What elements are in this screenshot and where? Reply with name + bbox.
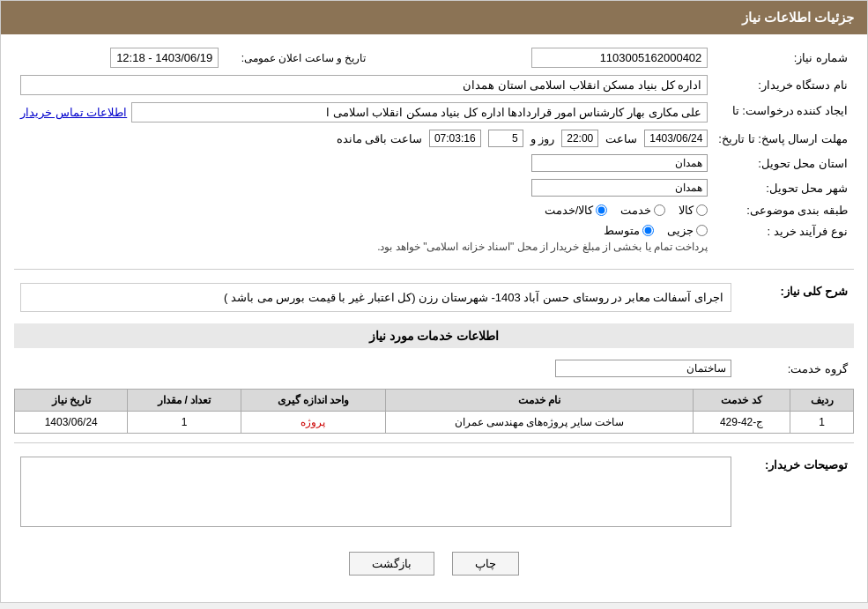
- gohreh-label: گروه خدمت:: [788, 362, 848, 375]
- baghimande-value: 07:03:16: [429, 130, 481, 147]
- col-tedad: تعداد / مقدار: [128, 390, 241, 412]
- radio-kala-khedmat-label: کالا/خدمت: [545, 204, 594, 217]
- tosihat-textarea[interactable]: [20, 457, 731, 527]
- mohlat-saat: 22:00: [561, 130, 598, 147]
- col-vahed: واحد اندازه گیری: [241, 390, 385, 412]
- baghimande-label: ساعت باقی مانده: [337, 132, 422, 145]
- divider-1: [14, 269, 854, 270]
- radio-kala-label: کالا: [679, 204, 694, 217]
- ostan-value: همدان: [531, 154, 708, 172]
- cell-tedad: 1: [128, 412, 241, 434]
- cell-nam: ساخت سایر پروژه‌های مهندسی عمران: [386, 412, 694, 434]
- radio-jozei-label: جزیی: [667, 224, 694, 237]
- nam-dastgah-value: اداره کل بنیاد مسکن انقلاب اسلامی استان …: [20, 75, 708, 95]
- mohlat-date: 1403/06/24: [644, 130, 708, 147]
- shomare-niaz-value: 1103005162000402: [531, 48, 708, 68]
- radio-kala-khedmat[interactable]: [596, 204, 607, 216]
- radio-mottaset[interactable]: [642, 225, 654, 236]
- cell-radif: 1: [790, 412, 854, 434]
- main-content: شماره نیاز: 1103005162000402 تاریخ و ساع…: [1, 34, 867, 602]
- mohlat-roz: 5: [488, 130, 523, 147]
- nam-dastgah-label: نام دستگاه خریدار:: [758, 78, 848, 92]
- info-section: شماره نیاز: 1103005162000402 تاریخ و ساع…: [14, 43, 854, 260]
- tosihat-section: توصیحات خریدار:: [14, 452, 854, 534]
- radio-mottaset-label: متوسط: [604, 224, 640, 237]
- noe-farayand-label: نوع فرآیند خرید :: [768, 225, 848, 238]
- radio-khedmat-label: خدمت: [620, 204, 651, 217]
- farayand-note: پرداخت تمام یا بخشی از مبلغ خریدار از مح…: [20, 241, 708, 253]
- saat-label: ساعت: [605, 132, 637, 145]
- ettelaat-tamas-link[interactable]: اطلاعات تماس خریدار: [20, 106, 127, 119]
- page-wrapper: جزئیات اطلاعات نیاز شماره نیاز: 11030051…: [0, 0, 868, 603]
- shomare-niaz-label: شماره نیاز:: [794, 51, 848, 64]
- tabaghe-label: طبقه بندی موضوعی:: [746, 204, 848, 217]
- khadamat-section-title: اطلاعات خدمات مورد نیاز: [14, 323, 854, 348]
- radio-jozei-item[interactable]: جزیی: [667, 224, 708, 237]
- ostan-label: استان محل تحویل:: [758, 157, 848, 170]
- cell-kod: ج-42-429: [693, 412, 790, 434]
- tarikh-elan-label: تاریخ و ساعت اعلان عمومی:: [241, 52, 367, 64]
- radio-khedmat-item[interactable]: خدمت: [620, 204, 665, 217]
- cell-vahed: پروژه: [241, 412, 385, 434]
- radio-kala[interactable]: [696, 204, 708, 216]
- radio-kala-item[interactable]: کالا: [679, 204, 708, 217]
- radio-jozei[interactable]: [696, 225, 708, 236]
- col-kod: کد خدمت: [693, 390, 790, 412]
- col-radif: ردیف: [790, 390, 854, 412]
- ijad-konande-value: علی مکاری بهار کارشناس امور قراردادها اد…: [131, 102, 708, 123]
- sharh-section: شرح کلی نیاز: اجرای آسفالت معابر در روست…: [14, 279, 854, 323]
- radio-kala-khedmat-item[interactable]: کالا/خدمت: [545, 204, 608, 217]
- gohreh-section: گروه خدمت: ساختمان: [14, 355, 854, 382]
- tarikh-elan-value: 1403/06/19 - 12:18: [110, 48, 219, 68]
- shahr-label: شهر محل تحویل:: [766, 182, 848, 195]
- roz-label: روز و: [530, 132, 555, 145]
- btn-row: چاپ بازگشت: [14, 552, 854, 576]
- gohreh-value: ساختمان: [555, 360, 731, 377]
- table-row: 1 ج-42-429 ساخت سایر پروژه‌های مهندسی عم…: [15, 412, 854, 434]
- cell-tarikh: 1403/06/24: [15, 412, 128, 434]
- radio-mottaset-item[interactable]: متوسط: [604, 224, 654, 237]
- ijad-konande-label: ایجاد کننده درخواست: تا: [732, 104, 848, 117]
- bazgasht-button[interactable]: بازگشت: [349, 552, 434, 576]
- sharh-value: اجرای آسفالت معابر در روستای حسن آباد 14…: [20, 283, 731, 312]
- sharh-label: شرح کلی نیاز:: [780, 285, 848, 298]
- divider-2: [14, 442, 854, 443]
- tosihat-label: توصیحات خریدار:: [765, 458, 848, 472]
- page-header: جزئیات اطلاعات نیاز: [1, 1, 867, 34]
- col-nam: نام خدمت: [386, 390, 694, 412]
- shahr-value: همدان: [531, 179, 708, 197]
- radio-khedmat[interactable]: [654, 204, 665, 216]
- chap-button[interactable]: چاپ: [452, 552, 519, 576]
- services-table: ردیف کد خدمت نام خدمت واحد اندازه گیری ت…: [14, 389, 854, 434]
- col-tarikh: تاریخ نیاز: [15, 390, 128, 412]
- mohlat-label: مهلت ارسال پاسخ: تا تاریخ:: [718, 132, 848, 145]
- page-title: جزئیات اطلاعات نیاز: [742, 10, 854, 25]
